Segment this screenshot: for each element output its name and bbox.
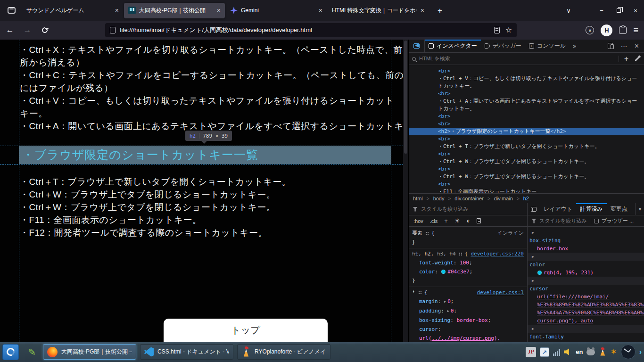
pet-applet-icon[interactable] bbox=[586, 349, 595, 355]
keyboard-layout-indicator[interactable]: en bbox=[576, 348, 583, 355]
taskbar-window-button[interactable]: CSS.html - ドキュメント - Vis bbox=[140, 344, 233, 360]
breadcrumb-item[interactable]: html bbox=[413, 196, 423, 201]
sidebar-tab-計算済み[interactable]: 計算済み bbox=[576, 203, 606, 215]
browser-styles-checkbox[interactable] bbox=[594, 219, 599, 223]
rule-selector-line[interactable]: *{developer.css:1 bbox=[409, 288, 527, 297]
browser-tab[interactable]: 大同高校-PG部｜技術公開× bbox=[124, 3, 225, 18]
markup-row[interactable]: <br> bbox=[409, 181, 644, 188]
css-declaration[interactable]: cursor: url(../../img/cursor.png), bbox=[409, 325, 527, 342]
value-expander-icon[interactable]: ▶ bbox=[447, 309, 449, 313]
breadcrumb-item[interactable]: div.main bbox=[494, 196, 513, 201]
devtools-tab-console[interactable]: ›コンソール bbox=[525, 40, 570, 52]
sidebar-tabs-dropdown[interactable]: ▾ bbox=[635, 203, 644, 215]
html-search-bar[interactable]: HTML を検索 + bbox=[409, 53, 644, 65]
extensions-puzzle-icon[interactable] bbox=[619, 26, 627, 34]
rules-filter[interactable]: スタイルを絞り込み bbox=[409, 203, 527, 215]
updates-star-icon[interactable]: ✶ bbox=[610, 348, 617, 356]
page-scrollbar[interactable] bbox=[403, 40, 408, 342]
stylesheet-link[interactable]: developer.css:1 bbox=[474, 288, 524, 297]
markup-row[interactable]: <br> bbox=[409, 67, 644, 75]
css-declaration[interactable]: font-weight: 100; bbox=[409, 258, 527, 267]
devtools-close-icon[interactable]: × bbox=[632, 42, 642, 50]
devtools-menu-icon[interactable]: ⋯ bbox=[619, 42, 630, 50]
selector-highlighter-icon[interactable] bbox=[425, 231, 429, 235]
computed-value-link[interactable]: cursor.png"), auto bbox=[537, 318, 593, 324]
markup-row[interactable]: <br> bbox=[409, 113, 644, 120]
url-text[interactable]: file:///home/imai/ドキュメント/大同高校/data/devel… bbox=[120, 26, 490, 34]
css-declaration[interactable]: margin: ▶0; bbox=[409, 297, 527, 306]
devtools-tab-inspector[interactable]: インスペクター bbox=[425, 40, 481, 52]
taskbar-window-button[interactable]: 大同高校-PG部｜技術公開 — bbox=[43, 344, 136, 360]
browser-tab[interactable]: サウンドノベルゲーム× bbox=[22, 3, 123, 18]
tab-close-icon[interactable]: × bbox=[217, 7, 221, 14]
pseudo-class-toggle[interactable]: :hov bbox=[413, 218, 423, 224]
more-tools-chevron[interactable]: » bbox=[570, 40, 579, 52]
tab-close-icon[interactable]: × bbox=[421, 7, 424, 14]
tray-expand-arrow[interactable]: › bbox=[639, 348, 642, 356]
japanese-input-icon[interactable]: JP bbox=[526, 347, 536, 357]
computed-expander-icon[interactable]: ▶ bbox=[528, 229, 644, 237]
start-menu-button[interactable] bbox=[2, 344, 19, 360]
markup-row[interactable]: ・Ctrl + A：開いている画面上にあるテキストやファイルをすべて選択するショ… bbox=[409, 98, 644, 113]
markup-row[interactable]: ・Ctrl + T：ブラウザ上で新しいタブを開くショートカットキー。 bbox=[409, 143, 644, 150]
breadcrumb-item[interactable]: div.container bbox=[454, 196, 484, 201]
browser-tab[interactable]: HTML特殊文字変換｜コードをホー× bbox=[328, 3, 429, 18]
bookmark-star-icon[interactable]: ☆ bbox=[505, 26, 512, 34]
page-scrollbar-thumb[interactable] bbox=[404, 41, 407, 154]
tab-list-dropdown[interactable]: ∨ bbox=[560, 3, 577, 18]
rule-selector-line[interactable]: 要素{インライン bbox=[409, 229, 527, 238]
tab-close-icon[interactable]: × bbox=[319, 7, 322, 14]
value-expander-icon[interactable]: ▶ bbox=[444, 300, 446, 304]
sidebar-tab-レイアウト[interactable]: レイアウト bbox=[540, 203, 576, 215]
computed-expander-icon[interactable]: ▶ bbox=[528, 325, 644, 333]
restore-button[interactable] bbox=[610, 3, 627, 18]
markup-row[interactable]: <br> bbox=[409, 120, 644, 128]
add-rule-button[interactable]: + bbox=[444, 218, 448, 224]
markup-row[interactable]: <br> bbox=[409, 90, 644, 98]
forward-button[interactable]: → bbox=[20, 24, 35, 37]
css-declaration[interactable]: padding: ▶0; bbox=[409, 306, 527, 316]
light-mode-sim-icon[interactable]: ☀ bbox=[454, 218, 460, 224]
browser-tab[interactable]: Gemini× bbox=[226, 3, 327, 18]
markup-row-selected[interactable]: <h2>・ブラウザ限定のショートカットキー一覧</h2> bbox=[409, 128, 644, 135]
breadcrumb-item[interactable]: h2 bbox=[523, 196, 529, 201]
computed-expander-icon[interactable]: ▶ bbox=[528, 253, 644, 261]
markup-row[interactable]: <br> bbox=[409, 135, 644, 143]
url-bar[interactable]: file:///home/imai/ドキュメント/大同高校/data/devel… bbox=[105, 23, 517, 37]
volume-icon[interactable] bbox=[564, 348, 572, 356]
account-avatar[interactable]: H bbox=[601, 25, 612, 36]
reader-mode-icon[interactable] bbox=[494, 27, 500, 33]
css-declaration[interactable]: box-sizing: border-box; bbox=[409, 316, 527, 325]
tab-close-icon[interactable]: × bbox=[115, 7, 119, 14]
computed-value-link[interactable]: %E3%83%89%E3%82%AD%E3%83%A5%E3%83%A1%E bbox=[537, 302, 644, 308]
devtools-tab-debugger[interactable]: デバッガー bbox=[481, 40, 525, 52]
css-declaration[interactable]: color: #04c3e7; bbox=[409, 267, 527, 276]
sidebar-toggle-button[interactable] bbox=[528, 203, 540, 215]
markup-row[interactable]: ・Ctrl + W：ブラウザ上でタブを閉じるショートカットキー。 bbox=[409, 173, 644, 181]
hamburger-menu-icon[interactable]: ≡ bbox=[633, 26, 638, 34]
eyedropper-icon[interactable] bbox=[635, 56, 640, 61]
element-picker-button[interactable] bbox=[409, 40, 425, 52]
pseudo-class-toggle[interactable]: .cls bbox=[430, 218, 438, 224]
markup-row[interactable]: ・F11：全画面表示のショートカットキー。 bbox=[409, 188, 644, 193]
markup-row[interactable]: ・Ctrl + V：コピー、もしくは切り取ったテキストやファイルを張り付けるショ… bbox=[409, 75, 644, 90]
pocket-icon[interactable]: ∨ bbox=[586, 26, 594, 34]
computed-filter[interactable]: スタイルを絞り込み ブラウザー ... bbox=[528, 215, 644, 227]
color-swatch[interactable] bbox=[441, 270, 446, 274]
breadcrumb-item[interactable]: body bbox=[433, 196, 445, 201]
page-info-icon[interactable] bbox=[110, 27, 116, 33]
new-tab-button[interactable]: + bbox=[433, 4, 446, 17]
stylesheet-link[interactable]: developer.css:220 bbox=[468, 249, 524, 258]
add-node-button[interactable]: + bbox=[622, 55, 630, 63]
selector-highlighter-icon[interactable] bbox=[459, 252, 462, 255]
markup-row[interactable]: ・Ctrl + W：ブラウザ上でタブを閉じるショートカットキー。 bbox=[409, 158, 644, 165]
value-url-link[interactable]: ../../img/cursor.png bbox=[432, 335, 494, 341]
selector-highlighter-icon[interactable] bbox=[418, 291, 421, 294]
firefox-view-button[interactable] bbox=[4, 3, 18, 17]
pen-launcher-button[interactable]: ✎ bbox=[25, 345, 39, 360]
markup-row[interactable]: <br> bbox=[409, 165, 644, 173]
analog-clock[interactable] bbox=[621, 345, 636, 359]
logout-window-icon[interactable]: ↗ bbox=[540, 347, 549, 357]
computed-expander-icon[interactable]: ▶ bbox=[528, 277, 644, 285]
network-signal-icon[interactable] bbox=[553, 348, 560, 356]
